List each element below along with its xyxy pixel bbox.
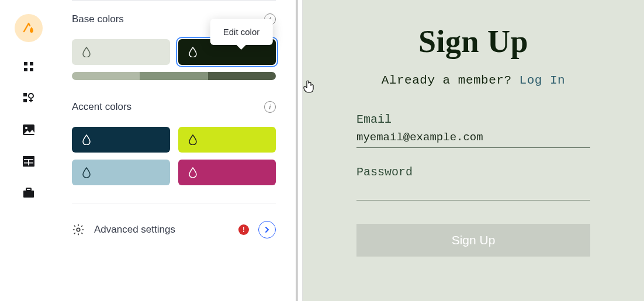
svg-rect-0	[24, 62, 27, 65]
chevron-right-icon[interactable]	[258, 221, 276, 238]
password-label: Password	[356, 165, 590, 179]
email-field[interactable]	[356, 129, 590, 148]
svg-rect-14	[26, 188, 31, 191]
svg-point-8	[25, 127, 27, 129]
accent-swatch-row-1	[72, 127, 276, 153]
alert-badge-icon: !	[238, 224, 249, 235]
gradient-seg	[72, 72, 140, 80]
drop-icon	[189, 134, 197, 145]
svg-rect-13	[23, 191, 34, 198]
email-label: Email	[356, 113, 590, 126]
gradient-preview	[72, 72, 276, 80]
image-icon[interactable]	[22, 123, 36, 137]
svg-rect-12	[28, 159, 29, 165]
grid-icon[interactable]	[22, 60, 36, 74]
divider	[72, 0, 276, 1]
svg-rect-3	[30, 68, 33, 71]
drop-icon	[82, 167, 91, 178]
accent-colors-label: Accent colors	[72, 101, 131, 113]
preview-frame-edge	[296, 0, 303, 301]
edit-color-tooltip: Edit color	[210, 19, 273, 45]
signup-button[interactable]: Sign Up	[356, 224, 590, 257]
briefcase-icon[interactable]	[22, 186, 36, 200]
password-field[interactable]	[356, 181, 590, 200]
accent-swatch-row-2	[72, 160, 276, 185]
member-text: Already a member?	[382, 74, 520, 87]
gradient-seg	[140, 72, 207, 80]
gear-icon	[72, 223, 85, 236]
drop-icon	[189, 47, 197, 57]
base-swatch-1[interactable]	[72, 39, 170, 65]
accent-swatch-2[interactable]	[178, 127, 276, 153]
widgets-icon[interactable]	[22, 91, 36, 105]
svg-rect-2	[24, 68, 27, 71]
drop-icon	[189, 167, 197, 178]
advanced-settings-label: Advanced settings	[94, 224, 229, 236]
side-nav-rail	[0, 0, 57, 301]
table-icon[interactable]	[22, 154, 36, 168]
svg-rect-1	[30, 62, 33, 65]
member-line: Already a member? Log In	[382, 74, 565, 87]
drop-icon	[82, 47, 91, 57]
accent-colors-header: Accent colors i	[72, 101, 276, 113]
drop-icon	[82, 134, 91, 145]
preview-wrap: Sign Up Already a member? Log In Email P…	[290, 0, 644, 301]
accent-swatch-1[interactable]	[72, 127, 170, 153]
signup-preview: Sign Up Already a member? Log In Email P…	[303, 0, 644, 301]
gradient-seg	[208, 72, 276, 80]
base-colors-label: Base colors	[72, 13, 124, 25]
svg-point-15	[77, 228, 80, 231]
accent-swatch-4[interactable]	[178, 160, 276, 185]
theme-logo-icon[interactable]	[15, 14, 43, 42]
color-editor-panel: Edit color Base colors i Accent colors i	[57, 0, 290, 301]
login-link[interactable]: Log In	[520, 74, 566, 87]
signup-form: Email Password Sign Up	[356, 113, 590, 257]
svg-rect-4	[23, 93, 27, 96]
svg-rect-5	[23, 99, 27, 102]
info-icon[interactable]: i	[264, 101, 276, 113]
signup-title: Sign Up	[418, 23, 528, 60]
svg-point-6	[29, 94, 33, 98]
accent-swatch-3[interactable]	[72, 160, 170, 185]
advanced-settings-row[interactable]: Advanced settings !	[72, 203, 276, 238]
